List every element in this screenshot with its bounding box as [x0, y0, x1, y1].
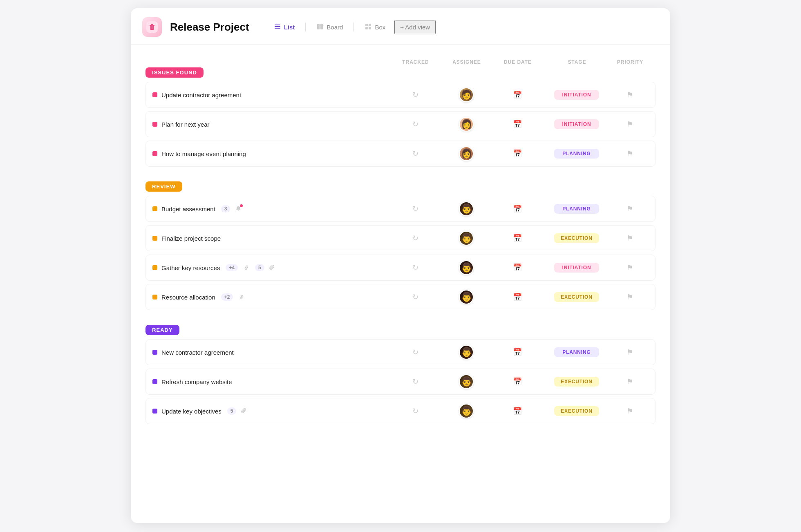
table-row[interactable]: Update contractor agreement ↻ 🧑 📅 INITIA…	[145, 82, 656, 108]
badge-ready: READY	[145, 325, 179, 335]
calendar-icon: 📅	[513, 149, 522, 158]
col-stage: STAGE	[544, 59, 610, 65]
due-date-cell: 📅	[491, 407, 544, 416]
tracked-cell: ↻	[389, 234, 442, 243]
avatar: 👨	[459, 290, 474, 304]
stage-cell: EXECUTION	[544, 292, 609, 302]
nav-tabs: List Board Box + Add view	[266, 20, 436, 34]
task-name-cell: Resource allocation +2	[152, 293, 389, 301]
assignee-cell: 👩	[442, 117, 491, 132]
task-name: How to manage event planning	[161, 150, 246, 157]
due-date-cell: 📅	[491, 234, 544, 243]
calendar-icon: 📅	[513, 90, 522, 99]
table-row[interactable]: Update key objectives 5 ↻ 👨 📅 EXECUTION	[145, 398, 656, 424]
tab-list-label: List	[284, 24, 295, 31]
stage-badge: EXECUTION	[554, 406, 599, 416]
tracked-icon: ↻	[412, 377, 418, 386]
priority-cell: ⚑	[609, 348, 650, 357]
flag-icon: ⚑	[626, 120, 633, 129]
stage-cell: PLANNING	[544, 347, 609, 357]
add-view-button[interactable]: + Add view	[394, 20, 436, 34]
dot-issues	[152, 122, 157, 127]
tracked-cell: ↻	[389, 149, 442, 158]
avatar: 👩	[459, 146, 474, 161]
due-date-cell: 📅	[491, 149, 544, 158]
table-row[interactable]: Refresh company website ↻ 👨 📅 EXECUTION …	[145, 369, 656, 395]
calendar-icon: 📅	[513, 293, 522, 302]
priority-cell: ⚑	[609, 204, 650, 213]
board-icon	[316, 23, 324, 31]
table-header: TRACKED ASSIGNEE DUE DATE STAGE PRIORITY	[145, 57, 656, 67]
task-name: Update contractor agreement	[161, 92, 241, 98]
stage-cell: EXECUTION	[544, 233, 609, 243]
priority-cell: ⚑	[609, 149, 650, 158]
tracked-icon: ↻	[412, 234, 418, 243]
stage-cell: PLANNING	[544, 149, 609, 159]
tracked-cell: ↻	[389, 90, 442, 99]
stage-cell: INITIATION	[544, 119, 609, 129]
stage-cell: EXECUTION	[544, 377, 609, 387]
tab-box[interactable]: Box	[357, 20, 393, 34]
svg-rect-6	[320, 24, 323, 29]
stage-badge: INITIATION	[554, 90, 599, 100]
task-name-cell: Gather key resources +4 5	[152, 264, 389, 271]
table-row[interactable]: Resource allocation +2 ↻ 👨 📅 EXECUTION	[145, 284, 656, 310]
due-date-cell: 📅	[491, 204, 544, 213]
tracked-cell: ↻	[389, 348, 442, 357]
tab-board[interactable]: Board	[309, 20, 350, 34]
app-container: Release Project List Board Box	[131, 8, 670, 523]
section-review: REVIEW Budget assessment 3 ↻ 👨	[145, 181, 656, 310]
tracked-icon: ↻	[412, 120, 418, 129]
section-issues-found-header: ISSUES FOUND	[145, 67, 656, 82]
svg-rect-1	[152, 25, 152, 29]
svg-rect-4	[275, 28, 280, 29]
task-name: Resource allocation	[161, 294, 215, 301]
assignee-cell: 👨	[442, 404, 491, 418]
table-row[interactable]: Finalize project scope ↻ 👨 📅 EXECUTION ⚑	[145, 225, 656, 251]
bell-badge-wrapper	[235, 206, 242, 212]
dot-review	[152, 295, 157, 300]
stage-badge: PLANNING	[554, 347, 599, 357]
calendar-icon: 📅	[513, 377, 522, 386]
attachment-icon	[269, 265, 275, 270]
flag-icon: ⚑	[626, 407, 633, 416]
count-badge: +2	[221, 293, 233, 301]
dot-review	[152, 206, 157, 211]
stage-badge: EXECUTION	[554, 377, 599, 387]
tracked-cell: ↻	[389, 120, 442, 129]
section-review-header: REVIEW	[145, 181, 656, 196]
avatar: 👨	[459, 260, 474, 275]
tracked-icon: ↻	[412, 293, 418, 302]
project-title: Release Project	[170, 21, 249, 34]
tracked-icon: ↻	[412, 149, 418, 158]
table-row[interactable]: Budget assessment 3 ↻ 👨 📅 PL	[145, 196, 656, 222]
table-row[interactable]: Gather key resources +4 5 ↻ 👨 📅 INITIATI…	[145, 255, 656, 281]
task-name-cell: Budget assessment 3	[152, 205, 389, 212]
calendar-icon: 📅	[513, 234, 522, 243]
col-assignee: ASSIGNEE	[442, 59, 491, 65]
calendar-icon: 📅	[513, 407, 522, 416]
tracked-cell: ↻	[389, 204, 442, 213]
table-row[interactable]: New contractor agreement ↻ 👨 📅 PLANNING …	[145, 339, 656, 365]
assignee-cell: 🧑	[442, 87, 491, 102]
table-row[interactable]: How to manage event planning ↻ 👩 📅 PLANN…	[145, 141, 656, 167]
flag-icon: ⚑	[626, 204, 633, 213]
calendar-icon: 📅	[513, 263, 522, 272]
flag-icon: ⚑	[626, 263, 633, 272]
due-date-cell: 📅	[491, 263, 544, 272]
svg-rect-7	[365, 24, 368, 26]
task-name-cell: Plan for next year	[152, 121, 389, 128]
dot-review	[152, 236, 157, 241]
priority-cell: ⚑	[609, 407, 650, 416]
bell-badge-dot	[240, 204, 243, 207]
nav-divider-1	[305, 22, 306, 31]
assignee-cell: 👨	[442, 345, 491, 360]
content: TRACKED ASSIGNEE DUE DATE STAGE PRIORITY…	[131, 45, 670, 424]
avatar: 👨	[459, 374, 474, 389]
due-date-cell: 📅	[491, 120, 544, 129]
table-row[interactable]: Plan for next year ↻ 👩 📅 INITIATION ⚑	[145, 111, 656, 137]
tracked-icon: ↻	[412, 263, 418, 272]
calendar-icon: 📅	[513, 204, 522, 213]
tab-list[interactable]: List	[266, 20, 302, 34]
task-name: Refresh company website	[161, 378, 232, 385]
